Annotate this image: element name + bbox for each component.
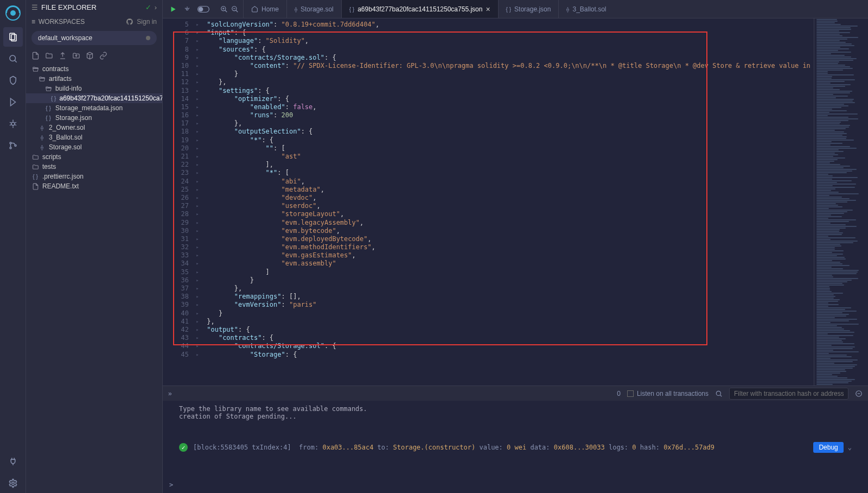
workspaces-label: WORKSPACES [39, 18, 85, 26]
home-icon [251, 5, 258, 12]
listen-toggle[interactable]: Listen on all transactions [627, 390, 709, 397]
folder-open-icon [38, 75, 46, 83]
fold-column[interactable]: ▸▸▸▸▸▸▸▸▸▸▸▸▸▸▸▸▸▸▸▸▸▸▸▸▸▸▸▸▸▸▸▸▸▸▸▸▸▸▸▸… [192, 18, 203, 385]
transaction-log-row[interactable]: ✓ [block:5583405 txIndex:4] from: 0xa03.… [179, 442, 852, 453]
svg-line-12 [15, 125, 16, 126]
minimap[interactable] [814, 18, 868, 385]
tree-item[interactable]: { }Storage.json [26, 113, 162, 123]
search-icon[interactable] [3, 49, 23, 68]
settings-icon[interactable] [3, 473, 23, 493]
terminal-pending: creation of Storage pending... [179, 413, 852, 420]
tree-item[interactable]: ⟠3_Ballot.sol [26, 132, 162, 142]
svg-point-30 [716, 391, 720, 395]
json-icon: { } [44, 105, 52, 111]
tree-label: artifacts [49, 75, 72, 83]
new-folder-icon[interactable] [45, 52, 53, 60]
tree-label: a69b43f277ba20fcac141151250ca7... [59, 94, 162, 102]
tab[interactable]: ⟠3_Ballot.sol [558, 0, 614, 18]
tree-item[interactable]: ⟠2_Owner.sol [26, 123, 162, 132]
line-numbers: 5678910111213141516171819202122232425262… [170, 18, 192, 385]
workspace-menu-icon[interactable] [146, 36, 150, 40]
tree-item[interactable]: scripts [26, 152, 162, 162]
file-explorer-icon[interactable] [3, 27, 23, 47]
code-content[interactable]: "solcLongVersion": "0.8.19+commit.7dd6d4… [203, 18, 814, 385]
deploy-icon[interactable] [3, 92, 23, 112]
svg-line-31 [720, 395, 722, 396]
tree-label: contracts [42, 65, 69, 73]
nav-forward-icon[interactable]: › [155, 3, 157, 11]
zoom-out-icon[interactable] [231, 5, 239, 13]
tree-item[interactable]: build-info [26, 84, 162, 93]
debugger-icon[interactable] [3, 114, 23, 134]
run-icon[interactable] [169, 5, 177, 13]
folder-icon [31, 163, 39, 170]
hamburger-icon[interactable]: ≡ [31, 18, 35, 26]
zoom-in-icon[interactable] [220, 5, 228, 13]
editor-tabs: Home⟠Storage.sol{ }a69b43f277ba20fcac141… [243, 0, 614, 18]
code-editor[interactable]: 5678910111213141516171819202122232425262… [170, 18, 814, 385]
sol-icon: ⟠ [38, 125, 46, 131]
tree-item[interactable]: { }.prettierrc.json [26, 172, 162, 181]
tree-item[interactable]: { }a69b43f277ba20fcac141151250ca7... [26, 93, 162, 103]
compiler-icon[interactable] [3, 71, 23, 90]
editor-gutter [163, 18, 170, 385]
tab[interactable]: Home [243, 0, 286, 18]
folder-icon [31, 154, 39, 161]
checkbox-icon[interactable] [627, 390, 634, 397]
listen-label: Listen on all transactions [637, 390, 709, 397]
tree-label: .prettierrc.json [42, 173, 84, 180]
tab-label: Home [261, 5, 279, 13]
svg-point-14 [10, 147, 11, 149]
topbar: Home⟠Storage.sol{ }a69b43f277ba20fcac141… [163, 0, 868, 18]
tab[interactable]: ⟠Storage.sol [286, 0, 341, 18]
svg-point-4 [10, 55, 16, 61]
plugin-icon[interactable] [3, 452, 23, 471]
tab[interactable]: { }a69b43f277ba20fcac141151250ca755.json… [341, 0, 498, 18]
svg-point-1 [10, 10, 16, 16]
link-icon[interactable] [99, 52, 107, 60]
debug-run-icon[interactable] [183, 5, 191, 13]
pending-count: 0 [617, 390, 621, 397]
cube-icon[interactable] [86, 52, 94, 60]
json-icon: { } [349, 5, 354, 13]
signin-link[interactable]: Sign in [137, 18, 157, 26]
tab[interactable]: { }Storage.json [498, 0, 559, 18]
workspace-select[interactable]: default_workspace [31, 31, 157, 45]
tree-item[interactable]: tests [26, 162, 162, 172]
menu-icon[interactable]: ☰ [31, 3, 38, 11]
svg-point-6 [11, 122, 15, 125]
debug-button[interactable]: Debug [813, 442, 843, 453]
json-icon: { } [31, 174, 39, 180]
terminal-prompt[interactable]: > [169, 481, 173, 489]
tree-item[interactable]: ⟠Storage.sol [26, 142, 162, 152]
tree-label: 2_Owner.sol [49, 124, 85, 131]
tree-item[interactable]: { }Storage_metadata.json [26, 103, 162, 113]
tree-label: Storage.json [55, 114, 92, 122]
tree-item[interactable]: artifacts [26, 74, 162, 84]
svg-point-13 [10, 142, 11, 144]
tree-item[interactable]: README.txt [26, 181, 162, 191]
filter-input[interactable] [729, 388, 848, 400]
svg-line-24 [225, 10, 227, 12]
svg-point-16 [11, 482, 14, 485]
github-icon[interactable] [126, 18, 133, 26]
tree-item[interactable]: contracts [26, 64, 162, 74]
tree-label: README.txt [42, 182, 79, 190]
clear-terminal-icon[interactable] [855, 390, 863, 397]
svg-line-9 [10, 122, 11, 123]
new-file-icon[interactable] [31, 52, 40, 60]
toggle-icon[interactable] [197, 5, 209, 13]
terminal-toggle-icon[interactable]: » [168, 390, 172, 397]
svg-point-15 [15, 145, 16, 147]
tab-label: 3_Ballot.sol [572, 5, 606, 13]
terminal[interactable]: Type the library name to see available c… [163, 401, 868, 493]
git-icon[interactable] [3, 136, 23, 155]
upload-icon[interactable] [59, 52, 67, 60]
close-icon[interactable]: × [486, 5, 490, 14]
search-terminal-icon[interactable] [715, 390, 723, 397]
folder-open-icon [31, 66, 39, 73]
chevron-down-icon[interactable]: ⌄ [848, 444, 852, 451]
folder-open-icon [44, 85, 52, 92]
nav-check-icon[interactable]: ✓ [145, 3, 151, 11]
upload-folder-icon[interactable] [72, 52, 80, 60]
